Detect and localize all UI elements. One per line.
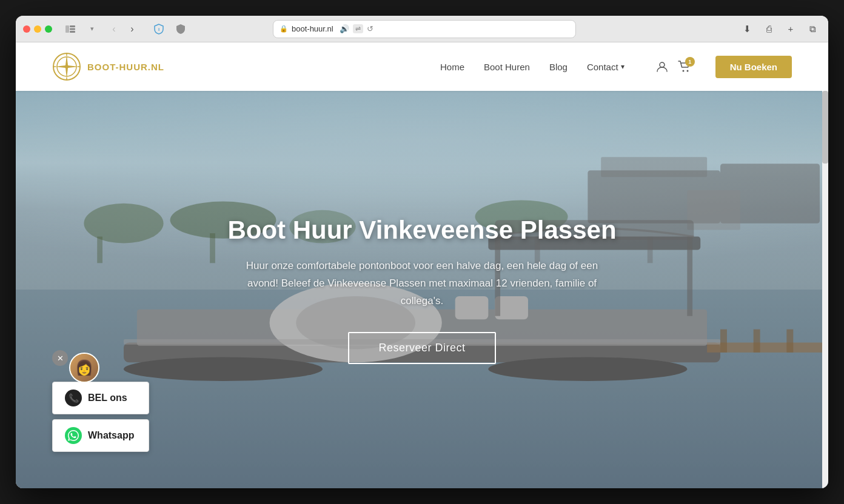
svg-point-19 bbox=[686, 70, 688, 72]
lock-icon: 🔒 bbox=[280, 25, 288, 33]
chat-widget: ✕ 👩 📞 BEL ons Whatsapp bbox=[52, 382, 149, 452]
share-button[interactable]: ⎙ bbox=[760, 21, 777, 38]
website-content: BOOT-HUUR.NL Home Boot Huren Blog Contac… bbox=[16, 42, 828, 488]
tabs-button[interactable]: ⧉ bbox=[804, 21, 821, 38]
address-bar-right: 🔊 ⇌ ↺ bbox=[340, 24, 373, 33]
logo-icon bbox=[52, 52, 81, 81]
nav-buttons: ‹ › bbox=[106, 21, 141, 38]
site-nav: Home Boot Huren Blog Contact ▾ bbox=[440, 56, 792, 78]
sidebar-toggle-button[interactable] bbox=[62, 23, 79, 35]
logo-text: BOOT-HUUR.NL bbox=[87, 62, 164, 72]
bel-ons-button[interactable]: 📞 BEL ons bbox=[52, 382, 149, 414]
svg-text:i: i bbox=[158, 27, 159, 32]
contact-chevron-icon: ▾ bbox=[621, 62, 625, 71]
title-bar: ▾ ‹ › i 🔒 boot-huur.nl 🔊 ⇌ ↺ bbox=[16, 16, 828, 42]
bel-label: BEL ons bbox=[88, 393, 127, 403]
download-button[interactable]: ⬇ bbox=[738, 21, 755, 38]
cart-button[interactable]: 1 bbox=[678, 61, 691, 73]
nu-boeken-button[interactable]: Nu Boeken bbox=[715, 56, 792, 78]
scrollbar[interactable] bbox=[822, 91, 828, 488]
back-button[interactable]: ‹ bbox=[106, 21, 122, 38]
traffic-lights bbox=[23, 25, 52, 33]
whatsapp-button[interactable]: Whatsapp bbox=[52, 419, 149, 452]
site-logo[interactable]: BOOT-HUUR.NL bbox=[52, 52, 164, 81]
minimize-traffic-light[interactable] bbox=[34, 25, 41, 33]
nav-home[interactable]: Home bbox=[440, 62, 464, 72]
nav-boot-huren[interactable]: Boot Huren bbox=[484, 62, 530, 72]
svg-point-12 bbox=[65, 65, 69, 68]
forward-button[interactable]: › bbox=[124, 21, 141, 38]
svg-rect-3 bbox=[70, 31, 75, 33]
whatsapp-icon bbox=[65, 427, 82, 444]
toolbar-right: ⬇ ⎙ + ⧉ bbox=[738, 21, 821, 38]
nav-contact-dropdown[interactable]: Contact ▾ bbox=[587, 62, 625, 72]
cart-badge: 1 bbox=[685, 57, 695, 67]
nav-icons: 1 bbox=[656, 61, 691, 73]
url-text: boot-huur.nl bbox=[292, 24, 333, 33]
scrollbar-thumb[interactable] bbox=[822, 91, 828, 164]
svg-point-18 bbox=[682, 70, 684, 72]
svg-rect-1 bbox=[70, 25, 75, 27]
sidebar-chevron-button[interactable]: ▾ bbox=[84, 23, 101, 35]
hero-section: Boot Huur Vinkeveense Plassen Huur onze … bbox=[16, 91, 828, 488]
whatsapp-label: Whatsapp bbox=[88, 430, 134, 441]
phone-icon: 📞 bbox=[65, 390, 82, 406]
chat-avatar-image: 👩 bbox=[70, 353, 98, 383]
svg-rect-2 bbox=[70, 28, 75, 30]
nav-blog[interactable]: Blog bbox=[549, 62, 568, 72]
shield-icon[interactable] bbox=[172, 21, 189, 38]
browser-window: ▾ ‹ › i 🔒 boot-huur.nl 🔊 ⇌ ↺ bbox=[16, 16, 828, 488]
new-tab-button[interactable]: + bbox=[782, 21, 799, 38]
svg-point-17 bbox=[660, 62, 665, 67]
maximize-traffic-light[interactable] bbox=[45, 25, 52, 33]
site-header: BOOT-HUUR.NL Home Boot Huren Blog Contac… bbox=[16, 42, 828, 91]
chat-avatar: 👩 bbox=[69, 353, 99, 383]
hero-subtitle: Huur onze comfortabele pontonboot voor e… bbox=[240, 257, 604, 310]
reserveer-direct-button[interactable]: Reserveer Direct bbox=[348, 332, 495, 364]
address-bar[interactable]: 🔒 boot-huur.nl 🔊 ⇌ ↺ bbox=[273, 20, 576, 38]
privacy-icon[interactable]: i bbox=[150, 21, 167, 38]
close-traffic-light[interactable] bbox=[23, 25, 30, 33]
chat-close-button[interactable]: ✕ bbox=[52, 350, 68, 366]
hero-title: Boot Huur Vinkeveense Plassen bbox=[227, 215, 616, 245]
user-account-button[interactable] bbox=[656, 61, 668, 73]
nav-contact-label: Contact bbox=[587, 62, 618, 72]
svg-rect-0 bbox=[65, 25, 69, 33]
